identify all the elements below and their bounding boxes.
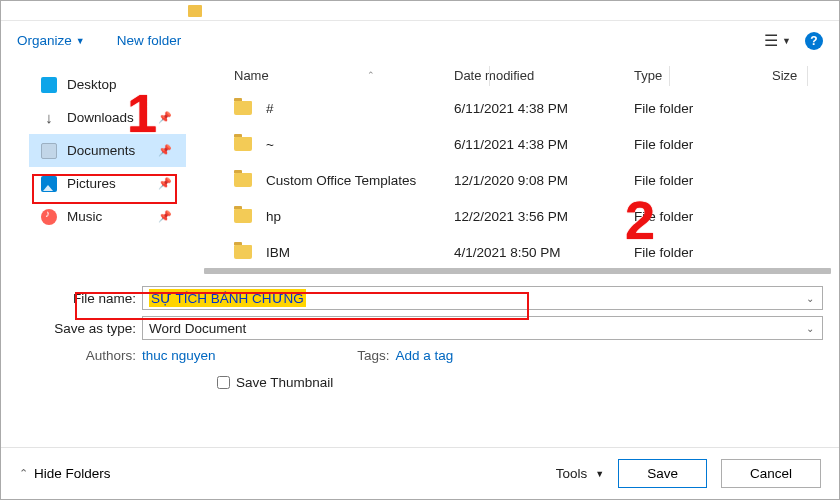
pin-icon: 📌 — [158, 111, 172, 124]
table-row[interactable]: # 6/11/2021 4:38 PM File folder — [186, 90, 839, 126]
pin-icon: 📌 — [158, 177, 172, 190]
sidebar-item-music[interactable]: Music 📌 — [29, 200, 186, 233]
table-row[interactable]: hp 12/2/2021 3:56 PM File folder — [186, 198, 839, 234]
filename-value: SỰ TÍCH BÁNH CHƯNG — [149, 289, 306, 307]
authors-value[interactable]: thuc nguyen — [142, 348, 216, 363]
bottom-bar: ⌃ Hide Folders Tools ▼ Save Cancel — [1, 447, 839, 499]
chevron-down-icon: ▼ — [595, 469, 604, 479]
table-row[interactable]: Custom Office Templates 12/1/2020 9:08 P… — [186, 162, 839, 198]
column-date[interactable]: Date modified — [454, 68, 534, 83]
list-icon: ☰ — [764, 31, 778, 50]
folder-icon — [234, 101, 252, 115]
sidebar-item-label: Music — [67, 209, 102, 224]
navigation-bar — [1, 1, 839, 21]
file-type: File folder — [634, 173, 772, 188]
chevron-down-icon: ▼ — [76, 36, 85, 46]
column-headers: Name ⌃ Date modified Type Size — [186, 60, 839, 90]
file-type: File folder — [634, 101, 772, 116]
saveastype-value: Word Document — [149, 321, 246, 336]
file-name: hp — [266, 209, 281, 224]
table-row[interactable]: ~ 6/11/2021 4:38 PM File folder — [186, 126, 839, 162]
file-type: File folder — [634, 245, 772, 260]
hide-folders-label: Hide Folders — [34, 466, 111, 481]
saveastype-dropdown[interactable]: Word Document ⌄ — [142, 316, 823, 340]
filename-input[interactable]: SỰ TÍCH BÁNH CHƯNG ⌄ — [142, 286, 823, 310]
tags-label: Tags: — [216, 348, 396, 363]
file-date: 6/11/2021 4:38 PM — [454, 137, 634, 152]
sidebar-item-desktop[interactable]: Desktop — [29, 68, 186, 101]
sort-indicator-icon: ⌃ — [367, 70, 375, 80]
pictures-icon — [41, 176, 57, 192]
column-name[interactable]: Name — [234, 68, 269, 83]
saveastype-label: Save as type: — [17, 321, 142, 336]
file-name: ~ — [266, 137, 274, 152]
file-name: # — [266, 101, 274, 116]
new-folder-button[interactable]: New folder — [117, 33, 182, 48]
sidebar-item-downloads[interactable]: ↓ Downloads 📌 — [29, 101, 186, 134]
folder-icon — [234, 137, 252, 151]
sidebar-item-pictures[interactable]: Pictures 📌 — [29, 167, 186, 200]
tools-dropdown[interactable]: Tools ▼ — [556, 466, 604, 481]
file-name: Custom Office Templates — [266, 173, 416, 188]
file-list: Name ⌃ Date modified Type Size # 6/11/20… — [186, 60, 839, 274]
toolbar: Organize ▼ New folder ☰ ▼ ? — [1, 21, 839, 60]
filename-label: File name: — [17, 291, 142, 306]
chevron-down-icon[interactable]: ⌄ — [806, 323, 814, 334]
desktop-icon — [41, 77, 57, 93]
sidebar-item-label: Pictures — [67, 176, 116, 191]
sidebar-item-label: Documents — [67, 143, 135, 158]
sidebar-item-label: Desktop — [67, 77, 117, 92]
tags-value[interactable]: Add a tag — [396, 348, 454, 363]
table-row[interactable]: IBM 4/1/2021 8:50 PM File folder — [186, 234, 839, 270]
sidebar: Desktop ↓ Downloads 📌 Documents 📌 Pictur… — [1, 60, 186, 274]
save-button[interactable]: Save — [618, 459, 707, 488]
chevron-down-icon: ▼ — [782, 36, 791, 46]
file-date: 12/2/2021 3:56 PM — [454, 209, 634, 224]
column-size[interactable]: Size — [772, 68, 797, 83]
sidebar-item-documents[interactable]: Documents 📌 — [29, 134, 186, 167]
chevron-up-icon: ⌃ — [19, 467, 28, 480]
organize-dropdown[interactable]: Organize ▼ — [17, 33, 85, 48]
file-date: 4/1/2021 8:50 PM — [454, 245, 634, 260]
cancel-button[interactable]: Cancel — [721, 459, 821, 488]
help-icon[interactable]: ? — [805, 32, 823, 50]
sidebar-item-label: Downloads — [67, 110, 134, 125]
file-date: 6/11/2021 4:38 PM — [454, 101, 634, 116]
folder-icon — [234, 245, 252, 259]
view-options-dropdown[interactable]: ☰ ▼ — [764, 31, 791, 50]
save-thumbnail-checkbox[interactable] — [217, 376, 230, 389]
authors-label: Authors: — [17, 348, 142, 363]
music-icon — [41, 209, 57, 225]
pin-icon: 📌 — [158, 210, 172, 223]
download-icon: ↓ — [41, 110, 57, 126]
tools-label: Tools — [556, 466, 588, 481]
column-type[interactable]: Type — [634, 68, 662, 83]
folder-icon — [234, 209, 252, 223]
folder-icon — [234, 173, 252, 187]
hide-folders-button[interactable]: ⌃ Hide Folders — [19, 466, 111, 481]
save-thumbnail-label: Save Thumbnail — [236, 375, 333, 390]
horizontal-scrollbar[interactable] — [204, 268, 831, 274]
file-date: 12/1/2020 9:08 PM — [454, 173, 634, 188]
documents-icon — [41, 143, 57, 159]
chevron-down-icon[interactable]: ⌄ — [806, 293, 814, 304]
save-form: File name: SỰ TÍCH BÁNH CHƯNG ⌄ Save as … — [1, 274, 839, 390]
file-name: IBM — [266, 245, 290, 260]
file-type: File folder — [634, 137, 772, 152]
pin-icon: 📌 — [158, 144, 172, 157]
file-type: File folder — [634, 209, 772, 224]
organize-label: Organize — [17, 33, 72, 48]
path-folder-icon — [188, 5, 202, 17]
